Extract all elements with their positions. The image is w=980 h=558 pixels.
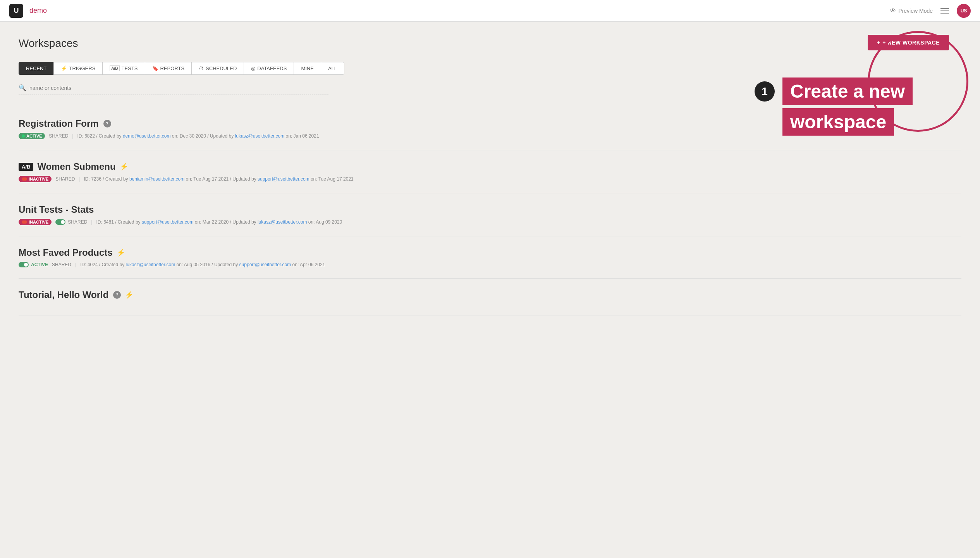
meta-separator: |	[79, 176, 80, 182]
question-icon: ?	[113, 291, 121, 299]
tab-tests[interactable]: A/B TESTS	[102, 62, 144, 75]
scheduled-tab-icon: ⏱	[199, 65, 204, 71]
tab-scheduled[interactable]: ⏱ SCHEDULED	[191, 62, 244, 75]
tab-reports[interactable]: 🔖 REPORTS	[145, 62, 192, 75]
logo[interactable]: U	[9, 4, 23, 18]
meta-separator: |	[75, 262, 76, 267]
toggle-on-icon	[19, 262, 29, 267]
new-workspace-label: + NEW WORKSPACE	[882, 40, 940, 46]
trigger-icon: ⚡	[120, 162, 128, 171]
workspace-item-header: Registration Form ?	[19, 118, 961, 129]
main-content: Workspaces RECENT ⚡ TRIGGERS A/B TESTS 🔖…	[0, 22, 980, 331]
hamburger-menu[interactable]	[940, 8, 949, 14]
status-badge-inactive: INACTIVE	[19, 176, 52, 182]
plus-icon: +	[877, 40, 880, 46]
workspace-item-registration-form: Registration Form ? ACTIVE SHARED | ID: …	[19, 107, 961, 150]
tab-mine[interactable]: MINE	[294, 62, 321, 75]
eye-icon: 👁	[890, 7, 896, 14]
trigger-icon: ⚡	[125, 291, 133, 299]
meta-separator: |	[91, 219, 92, 225]
shared-badge: SHARED	[55, 176, 75, 182]
workspace-item-header: A/B Women Submenu ⚡	[19, 161, 961, 172]
hamburger-line3	[940, 13, 949, 14]
status-badge-active: ACTIVE	[19, 133, 45, 139]
header: U demo 👁 Preview Mode US	[0, 0, 980, 22]
workspace-meta-text: ID: 6481 / Created by support@useitbette…	[96, 219, 342, 225]
workspace-name[interactable]: Registration Form	[19, 118, 99, 129]
header-right: 👁 Preview Mode US	[890, 4, 971, 18]
ab-badge: A/B	[19, 163, 33, 171]
workspace-meta-text: ID: 7236 / Created by beniamin@useitbett…	[84, 176, 353, 182]
user-initials: US	[961, 8, 967, 14]
search-icon: 🔍	[19, 84, 26, 91]
tab-all[interactable]: ALL	[321, 62, 344, 75]
workspace-meta-text: ID: 4024 / Created by lukasz@useitbetter…	[80, 262, 325, 267]
workspace-item-header: Unit Tests - Stats	[19, 204, 961, 215]
workspace-tabs: RECENT ⚡ TRIGGERS A/B TESTS 🔖 REPORTS ⏱ …	[19, 62, 961, 75]
active-toggle-badge: ACTIVE	[19, 262, 48, 267]
brand-name[interactable]: demo	[29, 7, 47, 15]
workspace-item-unit-tests-stats: Unit Tests - Stats INACTIVE SHARED | ID:…	[19, 193, 961, 236]
preview-mode[interactable]: 👁 Preview Mode	[890, 7, 933, 14]
tab-recent[interactable]: RECENT	[19, 62, 53, 75]
logo-text: U	[14, 7, 19, 15]
workspace-meta: ACTIVE SHARED | ID: 4024 / Created by lu…	[19, 262, 961, 267]
search-input[interactable]	[29, 85, 146, 91]
tab-datafeeds[interactable]: ◎ DATAFEEDS	[244, 62, 294, 75]
ab-tab-icon: A/B	[110, 65, 119, 71]
page-title: Workspaces	[19, 37, 961, 50]
shared-toggle: SHARED	[55, 219, 87, 225]
trigger-icon: ⚡	[117, 248, 125, 257]
workspace-meta-text: ID: 6822 / Created by demo@useitbetter.c…	[77, 133, 319, 139]
user-avatar[interactable]: US	[957, 4, 971, 18]
new-workspace-button[interactable]: + + NEW WORKSPACE	[868, 35, 949, 50]
tab-triggers[interactable]: ⚡ TRIGGERS	[53, 62, 102, 75]
workspace-name[interactable]: Women Submenu	[37, 161, 115, 172]
toggle-on-icon	[55, 219, 65, 225]
search-bar: 🔍	[19, 84, 328, 95]
reports-tab-icon: 🔖	[152, 65, 158, 71]
trigger-tab-icon: ⚡	[61, 65, 67, 71]
hamburger-line2	[940, 10, 949, 11]
workspace-meta: INACTIVE SHARED | ID: 6481 / Created by …	[19, 219, 961, 225]
workspace-meta: INACTIVE SHARED | ID: 7236 / Created by …	[19, 176, 961, 182]
hamburger-line1	[940, 8, 949, 9]
workspace-name[interactable]: Most Faved Products	[19, 247, 113, 258]
meta-separator: |	[72, 133, 73, 139]
workspace-name[interactable]: Unit Tests - Stats	[19, 204, 94, 215]
workspace-item-women-submenu: A/B Women Submenu ⚡ INACTIVE SHARED | ID…	[19, 150, 961, 193]
workspace-item-most-faved-products: Most Faved Products ⚡ ACTIVE SHARED | ID…	[19, 236, 961, 279]
shared-badge: SHARED	[52, 262, 71, 267]
shared-badge: SHARED	[49, 133, 68, 139]
workspace-item-tutorial-hello-world: Tutorial, Hello World ? ⚡	[19, 279, 961, 315]
workspace-item-header: Tutorial, Hello World ? ⚡	[19, 289, 961, 300]
status-badge-inactive: INACTIVE	[19, 219, 52, 225]
question-icon: ?	[103, 120, 111, 127]
workspace-meta: ACTIVE SHARED | ID: 6822 / Created by de…	[19, 133, 961, 139]
datafeeds-tab-icon: ◎	[251, 65, 255, 71]
workspace-item-header: Most Faved Products ⚡	[19, 247, 961, 258]
workspace-name[interactable]: Tutorial, Hello World	[19, 289, 108, 300]
active-label: ACTIVE	[31, 262, 48, 267]
preview-label: Preview Mode	[898, 8, 933, 14]
header-left: U demo	[9, 4, 47, 18]
